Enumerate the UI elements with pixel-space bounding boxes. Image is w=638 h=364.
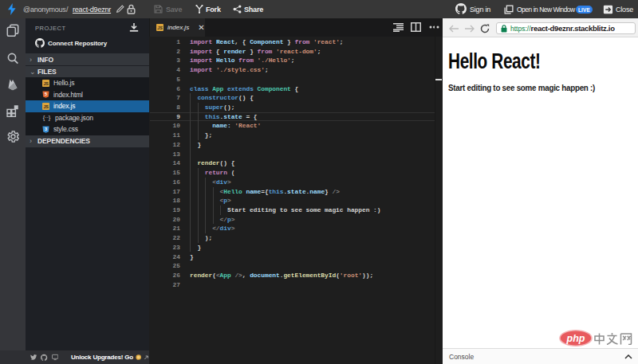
svg-text:5: 5 <box>45 92 47 97</box>
svg-text:JS: JS <box>43 104 49 109</box>
svg-text:JS: JS <box>43 81 49 86</box>
svg-text:php: php <box>566 333 585 344</box>
svg-text:{··}: {··} <box>43 114 51 121</box>
svg-text:JS: JS <box>157 25 163 30</box>
svg-text:3: 3 <box>45 127 47 131</box>
